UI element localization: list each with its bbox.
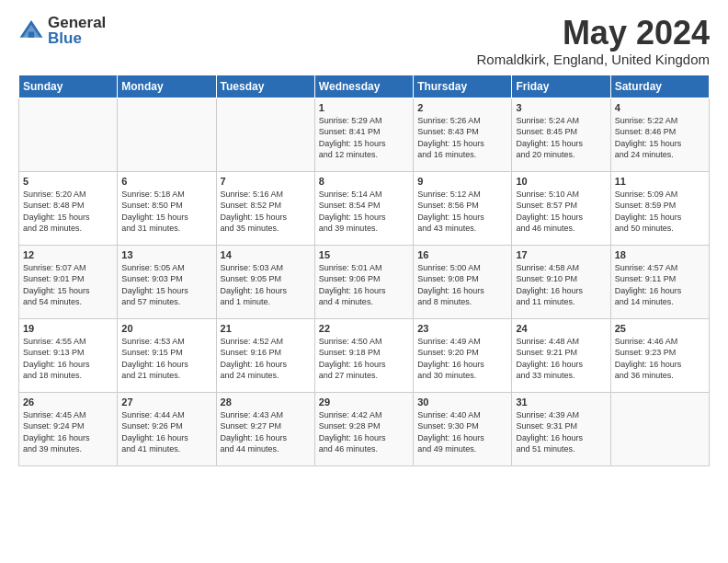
day-info: Sunrise: 5:26 AM Sunset: 8:43 PM Dayligh… (417, 115, 507, 161)
day-number: 13 (121, 249, 211, 260)
logo-icon (18, 17, 44, 43)
day-number: 6 (121, 176, 211, 187)
calendar-cell (610, 392, 709, 465)
day-info: Sunrise: 5:03 AM Sunset: 9:05 PM Dayligh… (221, 262, 311, 308)
location: Romaldkirk, England, United Kingdom (477, 52, 710, 67)
day-number: 2 (417, 102, 507, 113)
day-number: 19 (23, 323, 113, 334)
day-number: 4 (615, 102, 705, 113)
day-info: Sunrise: 5:22 AM Sunset: 8:46 PM Dayligh… (615, 115, 705, 161)
day-info: Sunrise: 4:42 AM Sunset: 9:28 PM Dayligh… (319, 409, 409, 455)
day-number: 14 (221, 249, 311, 260)
header-day-tuesday: Tuesday (216, 75, 314, 98)
day-info: Sunrise: 5:07 AM Sunset: 9:01 PM Dayligh… (23, 262, 113, 308)
calendar-week-row: 19Sunrise: 4:55 AM Sunset: 9:13 PM Dayli… (19, 318, 710, 392)
month-title: May 2024 (477, 15, 710, 52)
day-info: Sunrise: 5:05 AM Sunset: 9:03 PM Dayligh… (121, 262, 211, 308)
day-number: 23 (417, 323, 507, 334)
calendar-cell: 22Sunrise: 4:50 AM Sunset: 9:18 PM Dayli… (314, 318, 413, 392)
day-info: Sunrise: 5:16 AM Sunset: 8:52 PM Dayligh… (221, 189, 311, 235)
day-info: Sunrise: 5:09 AM Sunset: 8:59 PM Dayligh… (615, 189, 705, 235)
day-number: 29 (319, 396, 409, 408)
calendar-cell: 26Sunrise: 4:45 AM Sunset: 9:24 PM Dayli… (19, 392, 118, 465)
day-info: Sunrise: 5:29 AM Sunset: 8:41 PM Dayligh… (319, 115, 409, 161)
calendar-cell: 3Sunrise: 5:24 AM Sunset: 8:45 PM Daylig… (512, 98, 610, 171)
day-info: Sunrise: 4:53 AM Sunset: 9:15 PM Dayligh… (121, 336, 211, 382)
day-number: 5 (23, 176, 113, 187)
calendar-page: General Blue May 2024 Romaldkirk, Englan… (0, 0, 728, 563)
day-info: Sunrise: 4:48 AM Sunset: 9:21 PM Dayligh… (516, 336, 606, 382)
header-day-saturday: Saturday (610, 75, 709, 98)
calendar-cell (118, 98, 216, 171)
calendar-week-row: 1Sunrise: 5:29 AM Sunset: 8:41 PM Daylig… (19, 98, 710, 171)
calendar-cell: 12Sunrise: 5:07 AM Sunset: 9:01 PM Dayli… (19, 245, 118, 318)
day-info: Sunrise: 4:39 AM Sunset: 9:31 PM Dayligh… (516, 409, 606, 455)
calendar-cell (216, 98, 314, 171)
calendar-week-row: 5Sunrise: 5:20 AM Sunset: 8:48 PM Daylig… (19, 171, 710, 245)
day-info: Sunrise: 4:45 AM Sunset: 9:24 PM Dayligh… (23, 409, 113, 455)
day-info: Sunrise: 4:58 AM Sunset: 9:10 PM Dayligh… (516, 262, 606, 308)
day-number: 18 (615, 249, 705, 260)
header-day-thursday: Thursday (414, 75, 512, 98)
day-number: 12 (23, 249, 113, 260)
calendar-cell: 29Sunrise: 4:42 AM Sunset: 9:28 PM Dayli… (314, 392, 413, 465)
day-info: Sunrise: 4:43 AM Sunset: 9:27 PM Dayligh… (221, 409, 311, 455)
calendar-cell: 27Sunrise: 4:44 AM Sunset: 9:26 PM Dayli… (118, 392, 216, 465)
logo: General Blue (18, 15, 106, 46)
header-day-sunday: Sunday (19, 75, 118, 98)
calendar-cell: 1Sunrise: 5:29 AM Sunset: 8:41 PM Daylig… (314, 98, 413, 171)
day-number: 21 (221, 323, 311, 334)
page-header: General Blue May 2024 Romaldkirk, Englan… (18, 15, 710, 67)
calendar-cell: 30Sunrise: 4:40 AM Sunset: 9:30 PM Dayli… (414, 392, 512, 465)
calendar-cell: 15Sunrise: 5:01 AM Sunset: 9:06 PM Dayli… (314, 245, 413, 318)
day-info: Sunrise: 5:18 AM Sunset: 8:50 PM Dayligh… (121, 189, 211, 235)
day-info: Sunrise: 5:24 AM Sunset: 8:45 PM Dayligh… (516, 115, 606, 161)
day-info: Sunrise: 5:20 AM Sunset: 8:48 PM Dayligh… (23, 189, 113, 235)
header-day-monday: Monday (118, 75, 216, 98)
header-day-wednesday: Wednesday (314, 75, 413, 98)
day-info: Sunrise: 4:40 AM Sunset: 9:30 PM Dayligh… (417, 409, 507, 455)
calendar-cell: 28Sunrise: 4:43 AM Sunset: 9:27 PM Dayli… (216, 392, 314, 465)
logo-text: General Blue (48, 15, 106, 46)
calendar-cell: 6Sunrise: 5:18 AM Sunset: 8:50 PM Daylig… (118, 171, 216, 245)
svg-rect-2 (28, 32, 34, 38)
day-info: Sunrise: 5:14 AM Sunset: 8:54 PM Dayligh… (319, 189, 409, 235)
day-info: Sunrise: 5:10 AM Sunset: 8:57 PM Dayligh… (516, 189, 606, 235)
calendar-cell: 13Sunrise: 5:05 AM Sunset: 9:03 PM Dayli… (118, 245, 216, 318)
day-number: 26 (23, 396, 113, 408)
calendar-cell: 2Sunrise: 5:26 AM Sunset: 8:43 PM Daylig… (414, 98, 512, 171)
day-number: 25 (615, 323, 705, 334)
day-info: Sunrise: 5:12 AM Sunset: 8:56 PM Dayligh… (417, 189, 507, 235)
calendar-cell: 19Sunrise: 4:55 AM Sunset: 9:13 PM Dayli… (19, 318, 118, 392)
day-number: 27 (121, 396, 211, 408)
calendar-week-row: 12Sunrise: 5:07 AM Sunset: 9:01 PM Dayli… (19, 245, 710, 318)
calendar-cell: 10Sunrise: 5:10 AM Sunset: 8:57 PM Dayli… (512, 171, 610, 245)
day-number: 28 (221, 396, 311, 408)
day-number: 1 (319, 102, 409, 113)
calendar-cell: 24Sunrise: 4:48 AM Sunset: 9:21 PM Dayli… (512, 318, 610, 392)
day-number: 20 (121, 323, 211, 334)
calendar-header-row: SundayMondayTuesdayWednesdayThursdayFrid… (19, 75, 710, 98)
day-number: 30 (417, 396, 507, 408)
calendar-cell: 14Sunrise: 5:03 AM Sunset: 9:05 PM Dayli… (216, 245, 314, 318)
day-number: 3 (516, 102, 606, 113)
calendar-cell: 7Sunrise: 5:16 AM Sunset: 8:52 PM Daylig… (216, 171, 314, 245)
day-number: 8 (319, 176, 409, 187)
day-number: 10 (516, 176, 606, 187)
calendar-cell: 16Sunrise: 5:00 AM Sunset: 9:08 PM Dayli… (414, 245, 512, 318)
calendar-cell: 25Sunrise: 4:46 AM Sunset: 9:23 PM Dayli… (610, 318, 709, 392)
day-info: Sunrise: 4:52 AM Sunset: 9:16 PM Dayligh… (221, 336, 311, 382)
calendar-cell: 8Sunrise: 5:14 AM Sunset: 8:54 PM Daylig… (314, 171, 413, 245)
calendar-cell: 4Sunrise: 5:22 AM Sunset: 8:46 PM Daylig… (610, 98, 709, 171)
calendar-table: SundayMondayTuesdayWednesdayThursdayFrid… (18, 75, 710, 466)
day-info: Sunrise: 4:46 AM Sunset: 9:23 PM Dayligh… (615, 336, 705, 382)
day-number: 11 (615, 176, 705, 187)
day-info: Sunrise: 4:44 AM Sunset: 9:26 PM Dayligh… (121, 409, 211, 455)
calendar-cell: 9Sunrise: 5:12 AM Sunset: 8:56 PM Daylig… (414, 171, 512, 245)
title-block: May 2024 Romaldkirk, England, United Kin… (477, 15, 710, 67)
calendar-cell (19, 98, 118, 171)
day-info: Sunrise: 5:00 AM Sunset: 9:08 PM Dayligh… (417, 262, 507, 308)
day-number: 24 (516, 323, 606, 334)
day-info: Sunrise: 4:50 AM Sunset: 9:18 PM Dayligh… (319, 336, 409, 382)
day-number: 31 (516, 396, 606, 408)
